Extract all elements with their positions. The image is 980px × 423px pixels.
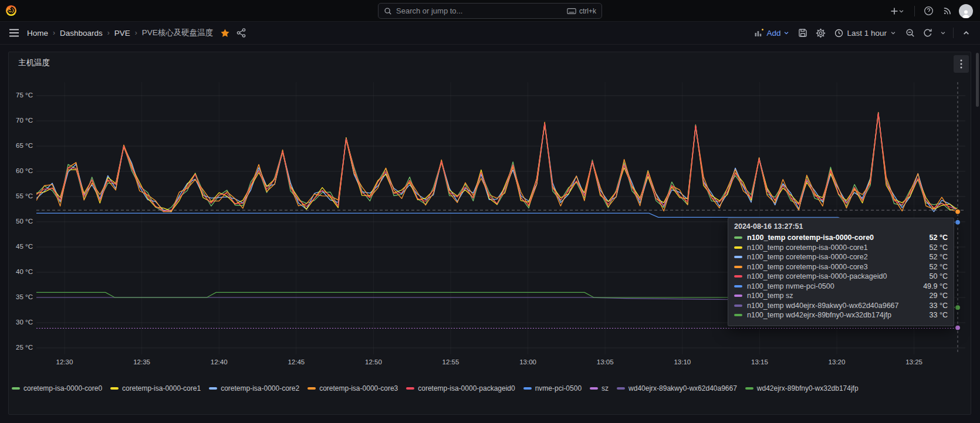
breadcrumb-item[interactable]: Home [27, 29, 48, 38]
tooltip-series-value: 50 °C [930, 272, 948, 280]
chevron-down-icon [940, 30, 946, 36]
tooltip-row: n100_temp coretemp-isa-0000-packageid050… [734, 272, 948, 280]
topbar-actions [886, 0, 974, 22]
breadcrumb-item: PVE核心及硬盘温度 [142, 28, 214, 38]
hover-point-dot [955, 305, 961, 310]
favorite-button[interactable] [217, 25, 233, 41]
y-axis-tick-label: 40 °C [7, 268, 33, 275]
legend-series-marker [523, 387, 532, 390]
y-axis-tick-label: 55 °C [7, 192, 33, 199]
hamburger-icon [9, 29, 19, 37]
tooltip-series-label: n100_temp wd42ejrx-89bfny0-wx32db174jfp [747, 311, 920, 319]
breadcrumb-item[interactable]: Dashboards [60, 29, 103, 38]
legend-item[interactable]: coretemp-isa-0000-core1 [110, 384, 201, 392]
clock-icon [834, 29, 843, 38]
breadcrumb-separator: › [53, 29, 55, 37]
tooltip-row: n100_temp coretemp-isa-0000-core252 °C [734, 253, 948, 261]
share-button[interactable] [233, 25, 249, 41]
mega-menu-toggle[interactable] [6, 25, 22, 41]
person-icon [961, 9, 971, 18]
collapse-toolbar-button[interactable] [958, 25, 974, 41]
breadcrumb-separator: › [107, 29, 110, 37]
x-axis-tick-label: 12:40 [211, 358, 228, 366]
search-input[interactable] [396, 6, 563, 15]
star-icon [220, 28, 230, 38]
tooltip-series-label: n100_temp wd40ejrx-89akwy0-wx62d40a9667 [747, 302, 920, 310]
page-scrollbar[interactable] [976, 53, 979, 107]
legend-series-marker [617, 387, 625, 390]
tooltip-row: n100_temp coretemp-isa-0000-core052 °C [734, 234, 948, 242]
legend-item[interactable]: coretemp-isa-0000-packageid0 [406, 384, 515, 392]
save-dashboard-button[interactable] [795, 25, 811, 41]
chevron-down-icon [898, 8, 904, 14]
legend-series-label: wd40ejrx-89akwy0-wx62d40a9667 [628, 384, 737, 392]
legend-series-label: coretemp-isa-0000-core2 [221, 384, 299, 392]
zoom-out-button[interactable] [902, 25, 918, 41]
news-button[interactable] [939, 3, 955, 19]
hover-point-dot [955, 219, 961, 225]
tooltip-series-marker [734, 275, 742, 278]
time-range-label: Last 1 hour [847, 29, 887, 38]
toolbar-actions: Add [750, 25, 974, 41]
x-axis-tick-label: 12:35 [133, 358, 150, 366]
legend-series-label: wd42ejrx-89bfny0-wx32db174jfp [757, 384, 859, 392]
legend-series-label: coretemp-isa-0000-core0 [23, 384, 102, 392]
add-panel-button[interactable]: Add [750, 26, 793, 40]
tooltip-series-marker [734, 285, 742, 287]
rss-icon [942, 6, 952, 16]
grafana-app: ctrl+k [0, 0, 980, 423]
legend-series-marker [590, 387, 598, 390]
chevron-up-icon [962, 29, 970, 37]
legend-series-marker [406, 387, 414, 390]
tooltip-series-value: 49.9 °C [923, 282, 948, 290]
breadcrumb-item[interactable]: PVE [114, 29, 130, 38]
chart-tooltip: 2024-08-16 13:27:51 n100_temp coretemp-i… [728, 218, 954, 326]
help-button[interactable] [920, 3, 937, 19]
y-axis-tick-label: 45 °C [7, 243, 33, 250]
tooltip-row: n100_temp wd40ejrx-89akwy0-wx62d40a96673… [734, 302, 948, 310]
legend-item[interactable]: coretemp-isa-0000-core3 [307, 384, 398, 392]
series-line [36, 114, 958, 212]
tooltip-series-value: 33 °C [930, 302, 948, 310]
panel-title: 主机温度 [18, 57, 50, 68]
tooltip-series-marker [734, 304, 742, 307]
legend-series-label: sz [601, 384, 609, 392]
refresh-button[interactable] [920, 25, 936, 41]
dashboard-toolbar: Home›Dashboards›PVE›PVE核心及硬盘温度 Add [0, 22, 980, 45]
x-axis-tick-label: 12:30 [56, 358, 73, 366]
refresh-icon [923, 28, 932, 38]
refresh-interval-dropdown[interactable] [937, 25, 949, 41]
user-profile-button[interactable] [958, 3, 974, 19]
tooltip-series-label: n100_temp coretemp-isa-0000-packageid0 [747, 272, 920, 280]
x-axis-tick-label: 12:50 [365, 358, 382, 366]
tooltip-series-marker [734, 314, 742, 316]
x-axis-tick-label: 13:15 [751, 358, 768, 366]
legend-series-label: coretemp-isa-0000-core1 [122, 384, 201, 392]
time-range-picker[interactable]: Last 1 hour [830, 26, 901, 40]
y-axis-tick-label: 75 °C [7, 92, 33, 99]
y-axis-tick-label: 70 °C [7, 117, 33, 124]
legend-series-label: nvme-pci-0500 [535, 384, 582, 392]
legend-series-marker [307, 387, 316, 390]
new-button[interactable] [886, 3, 909, 19]
tooltip-row: n100_temp nvme-pci-050049.9 °C [734, 282, 948, 290]
legend-item[interactable]: coretemp-isa-0000-core0 [12, 384, 102, 392]
tooltip-series-value: 52 °C [930, 253, 948, 261]
panel-menu-button[interactable] [954, 55, 969, 73]
grafana-logo[interactable] [0, 0, 22, 22]
global-search[interactable]: ctrl+k [378, 3, 602, 19]
x-axis-tick-label: 13:25 [905, 358, 922, 366]
search-shortcut: ctrl+k [567, 7, 596, 15]
tooltip-series-label: n100_temp coretemp-isa-0000-core0 [747, 234, 920, 242]
tooltip-row: n100_temp sz29 °C [734, 292, 948, 300]
tooltip-series-value: 33 °C [930, 311, 948, 319]
dashboard-settings-button[interactable] [812, 25, 829, 41]
legend-item[interactable]: coretemp-isa-0000-core2 [209, 384, 299, 392]
tooltip-series-value: 29 °C [930, 292, 948, 300]
legend-item[interactable]: wd42ejrx-89bfny0-wx32db174jfp [745, 384, 859, 392]
legend-item[interactable]: wd40ejrx-89akwy0-wx62d40a9667 [617, 384, 737, 392]
legend-item[interactable]: nvme-pci-0500 [523, 384, 582, 392]
tooltip-series-marker [734, 295, 742, 297]
legend-item[interactable]: sz [590, 384, 609, 392]
y-axis-tick-label: 30 °C [7, 319, 33, 326]
